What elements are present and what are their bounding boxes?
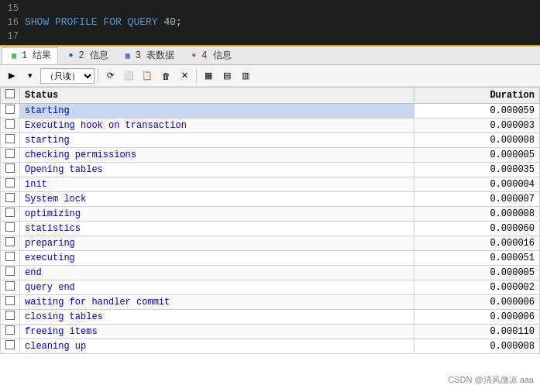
row-checkbox[interactable] bbox=[5, 178, 15, 187]
row-checkbox-cell[interactable] bbox=[1, 104, 20, 119]
row-checkbox[interactable] bbox=[5, 281, 15, 291]
table-row[interactable]: executing0.000051 bbox=[1, 251, 540, 266]
result-table-container[interactable]: Status Duration starting0.000059Executin… bbox=[0, 87, 540, 392]
row-checkbox-cell[interactable] bbox=[1, 266, 20, 280]
row-duration: 0.000016 bbox=[414, 236, 539, 251]
toolbar-text-btn[interactable]: ▥ bbox=[237, 67, 254, 84]
row-checkbox[interactable] bbox=[5, 311, 15, 320]
toolbar-delete-btn[interactable]: 🗑 bbox=[157, 67, 174, 84]
row-checkbox-cell[interactable] bbox=[1, 177, 20, 192]
row-checkbox[interactable] bbox=[5, 149, 15, 158]
tab-result[interactable]: ▦ 1 结果 bbox=[2, 47, 58, 64]
row-checkbox-cell[interactable] bbox=[1, 148, 20, 163]
row-status: checking permissions bbox=[20, 148, 414, 163]
row-status: Executing hook on transaction bbox=[20, 119, 414, 133]
separator1 bbox=[98, 69, 98, 83]
col-header-checkbox bbox=[1, 88, 20, 104]
row-duration: 0.000003 bbox=[414, 119, 539, 133]
row-checkbox-cell[interactable] bbox=[1, 222, 20, 236]
row-checkbox-cell[interactable] bbox=[1, 310, 20, 325]
table-row[interactable]: optimizing0.000008 bbox=[1, 207, 540, 222]
table-row[interactable]: query end0.000002 bbox=[1, 280, 540, 295]
row-checkbox[interactable] bbox=[5, 266, 15, 276]
toolbar-copy-btn[interactable]: ⬜ bbox=[120, 67, 137, 84]
table-row[interactable]: preparing0.000016 bbox=[1, 236, 540, 251]
row-status: closing tables bbox=[20, 310, 414, 325]
tab-result-label: 1 结果 bbox=[22, 49, 51, 62]
row-checkbox[interactable] bbox=[5, 208, 15, 217]
row-checkbox-cell[interactable] bbox=[1, 119, 20, 133]
row-duration: 0.000006 bbox=[414, 310, 539, 325]
toolbar-list-btn[interactable]: ▤ bbox=[218, 67, 236, 84]
row-checkbox[interactable] bbox=[5, 222, 15, 232]
table-row[interactable]: init0.000004 bbox=[1, 177, 540, 192]
row-duration: 0.000005 bbox=[414, 266, 539, 280]
table-row[interactable]: cleaning up0.000008 bbox=[1, 339, 540, 354]
row-checkbox[interactable] bbox=[5, 296, 15, 305]
info-tab-icon: ● bbox=[65, 50, 76, 61]
row-checkbox-cell[interactable] bbox=[1, 251, 20, 266]
toolbar-btn2[interactable]: ▾ bbox=[22, 67, 39, 84]
table-row[interactable]: closing tables0.000006 bbox=[1, 310, 540, 325]
table-row[interactable]: statistics0.000060 bbox=[1, 222, 540, 236]
table-body: starting0.000059Executing hook on transa… bbox=[1, 104, 540, 354]
row-checkbox-cell[interactable] bbox=[1, 207, 20, 222]
row-checkbox[interactable] bbox=[5, 340, 15, 349]
row-status: starting bbox=[20, 104, 414, 119]
table-row[interactable]: checking permissions0.000005 bbox=[1, 148, 540, 163]
row-checkbox-cell[interactable] bbox=[1, 236, 20, 251]
tab-table[interactable]: ▦ 3 表数据 bbox=[115, 47, 181, 64]
tab-info[interactable]: ● 2 信息 bbox=[58, 47, 115, 64]
row-checkbox[interactable] bbox=[5, 252, 15, 261]
row-checkbox-cell[interactable] bbox=[1, 295, 20, 310]
result-tab-icon: ▦ bbox=[9, 50, 19, 61]
tab-info2[interactable]: ● 4 信息 bbox=[181, 47, 238, 64]
row-checkbox[interactable] bbox=[5, 193, 15, 202]
table-row[interactable]: starting0.000008 bbox=[1, 133, 540, 148]
row-status: init bbox=[20, 177, 414, 192]
row-checkbox-cell[interactable] bbox=[1, 280, 20, 295]
row-checkbox-cell[interactable] bbox=[1, 192, 20, 207]
code-line-17: 17 bbox=[0, 29, 540, 43]
toolbar-paste-btn[interactable]: 📋 bbox=[139, 67, 156, 84]
col-header-duration[interactable]: Duration bbox=[414, 88, 539, 104]
tab-table-label: 3 表数据 bbox=[136, 49, 174, 62]
toolbar-grid-btn[interactable]: ▦ bbox=[200, 67, 217, 84]
row-duration: 0.000002 bbox=[414, 280, 539, 295]
info2-tab-icon: ● bbox=[188, 50, 199, 61]
row-checkbox-cell[interactable] bbox=[1, 163, 20, 177]
code-line-15: 15 bbox=[0, 2, 540, 15]
row-status: optimizing bbox=[20, 207, 414, 222]
row-checkbox[interactable] bbox=[5, 119, 15, 129]
row-status: starting bbox=[20, 133, 414, 148]
number: 40 bbox=[163, 16, 176, 28]
table-row[interactable]: Opening tables0.000035 bbox=[1, 163, 540, 177]
row-status: System lock bbox=[20, 192, 414, 207]
bottom-panel: ▦ 1 结果 ● 2 信息 ▦ 3 表数据 ● 4 信息 ▶ ▾ （只读） ⟳ … bbox=[0, 45, 540, 392]
table-row[interactable]: waiting for handler commit0.000006 bbox=[1, 295, 540, 310]
toolbar: ▶ ▾ （只读） ⟳ ⬜ 📋 🗑 ✕ ▦ ▤ ▥ bbox=[0, 65, 540, 87]
table-row[interactable]: end0.000005 bbox=[1, 266, 540, 280]
table-row[interactable]: System lock0.000007 bbox=[1, 192, 540, 207]
col-header-status[interactable]: Status bbox=[20, 88, 414, 104]
row-checkbox[interactable] bbox=[5, 134, 15, 143]
table-row[interactable]: freeing items0.000110 bbox=[1, 325, 540, 339]
code-line-16: 16 SHOW PROFILE FOR QUERY 40; bbox=[0, 15, 540, 29]
header-checkbox[interactable] bbox=[5, 89, 15, 98]
row-checkbox-cell[interactable] bbox=[1, 325, 20, 339]
table-row[interactable]: Executing hook on transaction0.000003 bbox=[1, 119, 540, 133]
row-duration: 0.000008 bbox=[414, 339, 539, 354]
row-checkbox[interactable] bbox=[5, 105, 15, 114]
row-checkbox-cell[interactable] bbox=[1, 339, 20, 354]
readonly-select[interactable]: （只读） bbox=[40, 68, 95, 84]
toolbar-clear-btn[interactable]: ✕ bbox=[176, 67, 193, 84]
row-duration: 0.000060 bbox=[414, 222, 539, 236]
row-checkbox[interactable] bbox=[5, 325, 15, 335]
row-checkbox[interactable] bbox=[5, 237, 15, 246]
toolbar-refresh-btn[interactable]: ⟳ bbox=[101, 67, 119, 84]
row-checkbox-cell[interactable] bbox=[1, 133, 20, 148]
table-row[interactable]: starting0.000059 bbox=[1, 104, 540, 119]
row-checkbox[interactable] bbox=[5, 163, 15, 173]
toolbar-run-btn[interactable]: ▶ bbox=[3, 67, 20, 84]
table-header-row: Status Duration bbox=[1, 88, 540, 104]
